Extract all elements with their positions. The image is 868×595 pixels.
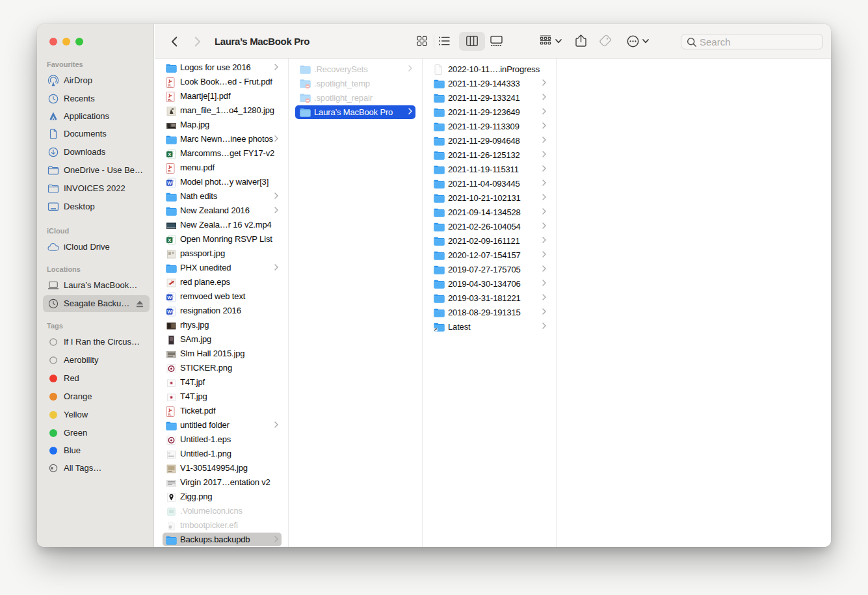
svg-text:W: W (167, 294, 172, 300)
svg-text:W: W (167, 308, 172, 314)
svg-text:W: W (167, 179, 172, 185)
svg-text:X: X (168, 237, 171, 243)
svg-text:X: X (168, 151, 171, 157)
